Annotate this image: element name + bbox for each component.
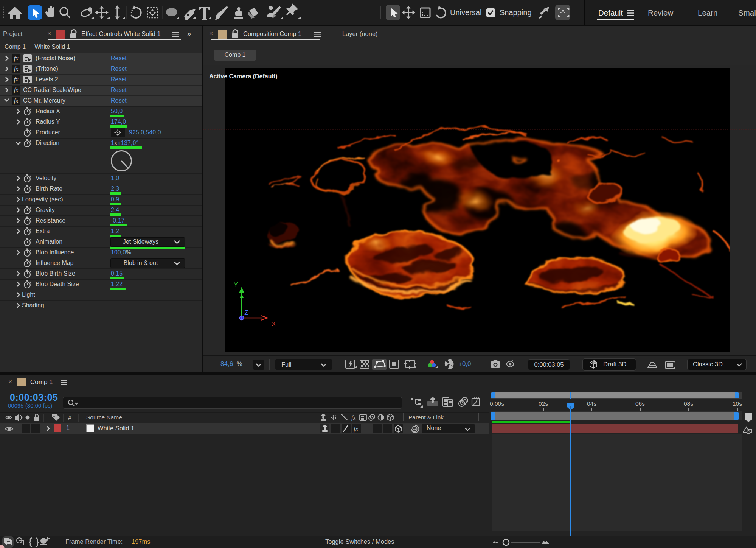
svg-text:X: X	[272, 321, 276, 328]
svg-text:Small Sc: Small Sc	[738, 8, 756, 17]
svg-text:Default: Default	[598, 8, 623, 17]
svg-text:Y: Y	[234, 281, 238, 288]
svg-text:Z: Z	[244, 309, 248, 316]
svg-text:Snapping: Snapping	[500, 8, 532, 17]
svg-text:fx: fx	[351, 414, 356, 421]
svg-text:fx: fx	[354, 425, 359, 433]
svg-text:Learn: Learn	[698, 8, 717, 17]
svg-text:#: #	[68, 414, 71, 421]
svg-text:Universal: Universal	[450, 8, 481, 17]
svg-text:Review: Review	[648, 8, 673, 17]
